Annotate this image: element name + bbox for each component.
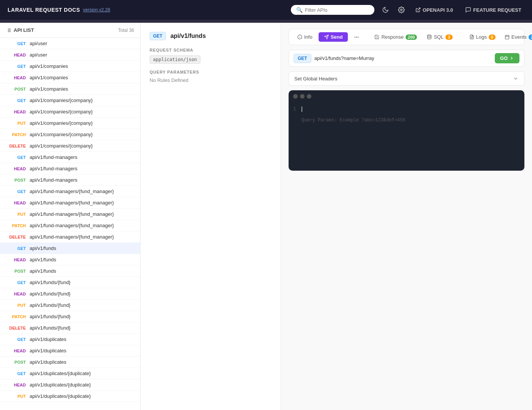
tab-response[interactable]: Response 200: [371, 32, 421, 42]
endpoint-path: api/v1/companies/{company}: [30, 132, 93, 137]
tab-more[interactable]: [350, 33, 363, 42]
list-item[interactable]: DELETE api/v1/fund-managers/{fund_manage…: [0, 231, 140, 243]
list-item[interactable]: HEAD api/v1/companies/{company}: [0, 106, 140, 118]
list-item[interactable]: HEAD api/v1/fund-managers/{fund_manager}: [0, 197, 140, 209]
list-item[interactable]: HEAD api/v1/fund-managers: [0, 163, 140, 174]
method-badge: HEAD: [6, 201, 26, 205]
endpoint-path: api/v1/duplicates: [30, 348, 66, 353]
list-item[interactable]: GET api/v1/fund-managers: [0, 152, 140, 163]
list-item[interactable]: GET api/v1/fund-managers/{fund_manager}: [0, 186, 140, 197]
sidebar-title: API LIST: [6, 27, 34, 33]
sidebar-header: API LIST Total 36: [0, 23, 140, 38]
tab-info-label: Info: [304, 34, 313, 40]
list-item[interactable]: DELETE api/v1/companies/{company}: [0, 140, 140, 152]
global-headers-bar[interactable]: Set Global Headers: [289, 71, 524, 86]
method-badge: PUT: [6, 121, 26, 126]
endpoint-path: api/v1/duplicates: [30, 336, 66, 342]
list-item[interactable]: HEAD api/v1/funds: [0, 254, 140, 265]
openapi-label: OPENAPI 3.0: [423, 7, 453, 13]
list-item[interactable]: GET api/v1/companies/{company}: [0, 95, 140, 106]
traffic-dot-3: [307, 94, 311, 99]
method-badge: HEAD: [6, 349, 26, 353]
openapi-button[interactable]: OPENAPI 3.0: [412, 6, 456, 14]
list-item[interactable]: GET api/v1/duplicates/{duplicate}: [0, 368, 140, 379]
endpoint-path: api/v1/companies: [30, 63, 68, 69]
endpoint-path: api/user: [30, 52, 47, 58]
list-item[interactable]: POST api/v1/funds: [0, 265, 140, 277]
sidebar-total: Total 36: [118, 28, 134, 33]
content-panel: GET api/v1/funds REQUEST SCHEMA applicat…: [140, 23, 532, 410]
endpoint-path: api/v1/duplicates/{duplicate}: [30, 371, 91, 376]
logs-icon: [469, 35, 474, 39]
list-item[interactable]: PATCH api/v1/funds/{fund}: [0, 311, 140, 322]
endpoint-path: api/v1/companies: [30, 86, 68, 92]
method-badge: PUT: [6, 303, 26, 308]
list-item[interactable]: GET api/v1/duplicates: [0, 334, 140, 345]
sidebar-list: GET api/user HEAD api/user GET api/v1/co…: [0, 38, 140, 410]
list-item[interactable]: HEAD api/v1/funds/{fund}: [0, 288, 140, 300]
tab-logs-label: Logs: [476, 34, 487, 40]
list-item[interactable]: DELETE api/v1/funds/{fund}: [0, 322, 140, 334]
tab-logs[interactable]: Logs 0: [466, 32, 499, 42]
list-item[interactable]: GET api/user: [0, 38, 140, 49]
list-item[interactable]: HEAD api/v1/companies: [0, 72, 140, 83]
brand-name: LARAVEL REQUEST DOCS: [8, 7, 80, 13]
line-numbers: 1: [293, 105, 296, 165]
endpoint-path: api/v1/fund-managers/{fund_manager}: [30, 189, 114, 194]
list-item[interactable]: GET api/v1/funds/{fund}: [0, 277, 140, 288]
method-badge: POST: [6, 178, 26, 182]
traffic-dot-1: [293, 94, 298, 99]
method-badge: HEAD: [6, 75, 26, 80]
method-badge: HEAD: [6, 167, 26, 171]
search-input[interactable]: [305, 7, 369, 13]
tab-sql[interactable]: SQL 3: [423, 32, 456, 42]
version-link[interactable]: version v2.28: [83, 7, 110, 13]
code-editor-body[interactable]: 1 Query Params: Example ?abc=123&def=456: [289, 102, 524, 171]
tab-response-label: Response: [381, 34, 404, 40]
info-icon: [297, 35, 302, 39]
list-item[interactable]: PUT api/v1/fund-managers/{fund_manager}: [0, 209, 140, 220]
brand: LARAVEL REQUEST DOCS version v2.28: [8, 7, 110, 13]
search-icon: 🔍: [296, 7, 303, 13]
method-badge: HEAD: [6, 383, 26, 387]
list-item[interactable]: HEAD api/v1/duplicates: [0, 345, 140, 357]
list-item[interactable]: PATCH api/v1/fund-managers/{fund_manager…: [0, 220, 140, 231]
chevron-down-icon: [513, 75, 519, 82]
list-item[interactable]: HEAD api/v1/duplicates/{duplicate}: [0, 379, 140, 391]
method-badge: GET: [6, 155, 26, 160]
api-detail: GET api/v1/funds REQUEST SCHEMA applicat…: [140, 23, 532, 410]
request-url-input[interactable]: [314, 55, 492, 61]
list-item[interactable]: PUT api/v1/funds/{fund}: [0, 300, 140, 311]
list-item[interactable]: POST api/v1/duplicates: [0, 357, 140, 368]
detail-right: Info Send: [281, 23, 532, 410]
tab-send[interactable]: Send: [319, 32, 348, 42]
list-item[interactable]: POST api/v1/companies: [0, 83, 140, 95]
tab-info[interactable]: Info: [294, 32, 316, 42]
method-badge: GET: [6, 337, 26, 342]
method-badge: GET: [6, 41, 26, 46]
list-item[interactable]: PUT api/v1/companies/{company}: [0, 118, 140, 129]
list-item[interactable]: HEAD api/user: [0, 49, 140, 61]
endpoint-path: api/v1/funds/{fund}: [30, 314, 71, 319]
sidebar: API LIST Total 36 GET api/user HEAD api/…: [0, 23, 140, 410]
list-item[interactable]: POST api/v1/fund-managers: [0, 174, 140, 186]
svg-point-13: [357, 37, 357, 37]
go-button[interactable]: GO: [495, 53, 519, 63]
feature-request-button[interactable]: FEATURE REQUEST: [462, 5, 524, 14]
list-item[interactable]: PATCH api/v1/companies/{company}: [0, 129, 140, 140]
settings-button[interactable]: [396, 5, 406, 15]
method-badge: GET: [6, 246, 26, 251]
method-badge: PUT: [6, 212, 26, 217]
list-item[interactable]: GET api/v1/funds: [0, 243, 140, 254]
dark-mode-toggle[interactable]: [380, 5, 390, 15]
list-item[interactable]: GET api/v1/companies: [0, 61, 140, 72]
tab-events[interactable]: Events 2: [501, 32, 532, 42]
svg-point-14: [358, 37, 358, 37]
moon-icon: [382, 6, 389, 13]
editor-placeholder: Query Params: Example ?abc=123&def=456: [302, 118, 406, 123]
code-content: Query Params: Example ?abc=123&def=456: [302, 105, 520, 165]
method-badge: PATCH: [6, 132, 26, 137]
tab-events-label: Events: [511, 34, 527, 40]
list-item[interactable]: PUT api/v1/duplicates/{duplicate}: [0, 391, 140, 402]
endpoint-path: api/v1/companies/{company}: [30, 120, 93, 126]
